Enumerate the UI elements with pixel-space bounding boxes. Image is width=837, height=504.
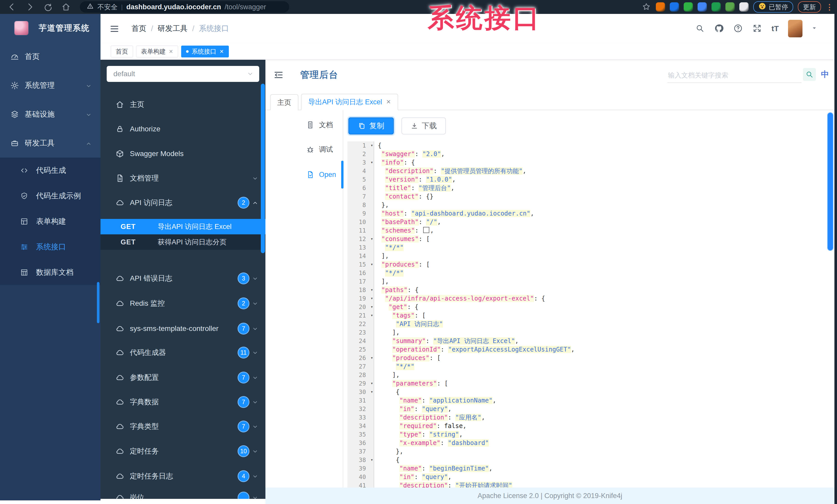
extension-orange-icon[interactable] bbox=[656, 2, 665, 12]
fold-toggle-icon[interactable]: ▾ bbox=[371, 311, 373, 320]
github-icon[interactable] bbox=[714, 24, 724, 34]
font-size-icon[interactable]: tT bbox=[771, 24, 779, 33]
fold-toggle-icon[interactable]: ▾ bbox=[371, 388, 373, 396]
tag-0[interactable]: 首页 bbox=[111, 45, 133, 57]
controller-2[interactable]: sys-sms-template-controller 7 bbox=[101, 322, 265, 335]
extension-blue-drop-icon[interactable] bbox=[670, 2, 679, 12]
close-icon[interactable]: ✕ bbox=[169, 49, 173, 55]
breadcrumb: 首页/研发工具/系统接口 bbox=[131, 14, 229, 43]
copy-button[interactable]: 复制 bbox=[349, 117, 394, 134]
avatar[interactable] bbox=[788, 20, 802, 37]
collapse-menu-icon[interactable] bbox=[273, 70, 284, 80]
page-scrollbar-thumb[interactable] bbox=[827, 112, 833, 251]
paused-badge[interactable]: 已暂停 bbox=[753, 1, 793, 13]
line-number: 5 bbox=[348, 175, 374, 184]
controller-9[interactable]: 岗位 bbox=[101, 491, 265, 499]
download-icon bbox=[410, 122, 418, 130]
panel-nav-文档[interactable]: 文档 bbox=[265, 119, 343, 131]
doc-tab-0[interactable]: 主页 bbox=[270, 94, 298, 110]
sidebar-subitem-4[interactable]: 数据库文档 bbox=[0, 260, 101, 285]
home-icon[interactable] bbox=[61, 2, 71, 12]
close-icon[interactable]: ✕ bbox=[219, 49, 224, 55]
controller-7[interactable]: 定时任务 10 bbox=[101, 445, 265, 458]
back-icon[interactable] bbox=[7, 2, 17, 12]
doc-item-2[interactable]: Swagger Models bbox=[101, 148, 265, 160]
controller-8[interactable]: 定时任务日志 4 bbox=[101, 470, 265, 482]
empty-array-box[interactable] bbox=[423, 227, 429, 233]
extension-puzzle-icon[interactable] bbox=[739, 2, 749, 12]
extension-green-circle-icon[interactable] bbox=[684, 2, 693, 12]
doc-search-input[interactable] bbox=[667, 68, 802, 83]
question-icon[interactable] bbox=[733, 24, 743, 34]
endpoint-0[interactable]: GET 导出API 访问日志 Excel bbox=[101, 219, 265, 235]
sidebar-subitem-0[interactable]: 代码生成 bbox=[0, 157, 101, 183]
download-button[interactable]: 下载 bbox=[402, 117, 446, 134]
doc-scrollbar-thumb[interactable] bbox=[261, 84, 265, 253]
extension-blue-grid-icon[interactable] bbox=[698, 2, 707, 12]
language-toggle[interactable]: 中 bbox=[821, 69, 829, 80]
controller-0[interactable]: API 错误日志 3 bbox=[101, 272, 265, 284]
fold-toggle-icon[interactable]: ▾ bbox=[371, 294, 373, 303]
controller-6[interactable]: 字典类型 7 bbox=[101, 420, 265, 433]
code-editor[interactable]: 1▾ { 2 "swagger": "2.0", 3▾ "info": { 4 … bbox=[348, 142, 828, 487]
fold-toggle-icon[interactable]: ▾ bbox=[371, 286, 373, 294]
update-button[interactable]: 更新 bbox=[798, 1, 821, 13]
sidebar-scrollbar-thumb[interactable] bbox=[97, 282, 100, 323]
fold-toggle-icon[interactable]: ▾ bbox=[371, 379, 373, 388]
breadcrumb-item[interactable]: 研发工具 bbox=[158, 23, 188, 34]
breadcrumb-item[interactable]: 首页 bbox=[131, 23, 146, 34]
hamburger-icon[interactable] bbox=[109, 24, 120, 34]
forward-icon[interactable] bbox=[25, 2, 35, 12]
api-group-select[interactable]: default bbox=[107, 66, 259, 82]
fold-toggle-icon[interactable]: ▾ bbox=[371, 303, 373, 311]
fold-toggle-icon[interactable]: ▾ bbox=[371, 260, 373, 268]
search-icon bbox=[805, 70, 814, 78]
fold-toggle-icon[interactable]: ▾ bbox=[371, 455, 373, 464]
fold-toggle-icon[interactable]: ▾ bbox=[371, 158, 373, 167]
doc-search-button[interactable] bbox=[803, 68, 816, 81]
caret-down-icon[interactable] bbox=[812, 25, 817, 32]
controller-5[interactable]: 字典数据 7 bbox=[101, 396, 265, 408]
line-number: 33 bbox=[348, 413, 374, 422]
sidebar-item-0[interactable]: 首页 bbox=[0, 42, 101, 71]
fold-toggle-icon[interactable]: ▾ bbox=[371, 354, 373, 362]
doc-item-0[interactable]: 主页 bbox=[101, 98, 265, 111]
reload-icon[interactable] bbox=[43, 2, 53, 12]
fold-toggle-icon[interactable]: ▾ bbox=[371, 235, 373, 243]
controller-3[interactable]: 代码生成器 11 bbox=[101, 347, 265, 359]
logo-row[interactable]: 芋道管理系统 bbox=[0, 14, 101, 42]
http-method: GET bbox=[121, 223, 136, 231]
count-badge: 10 bbox=[237, 445, 249, 457]
tag-1[interactable]: 表单构建 ✕ bbox=[136, 45, 178, 57]
extension-leaf-icon[interactable] bbox=[726, 2, 735, 12]
controller-1[interactable]: Redis 监控 2 bbox=[101, 297, 265, 310]
line-number: 26▾ bbox=[348, 354, 374, 362]
sidebar-item-1[interactable]: 系统管理 bbox=[0, 71, 101, 100]
search-icon[interactable] bbox=[695, 24, 705, 34]
doc-item-3[interactable]: 文档管理 bbox=[101, 172, 265, 184]
controller-4[interactable]: 参数配置 7 bbox=[101, 371, 265, 384]
line-number: 20▾ bbox=[348, 303, 374, 311]
doc-item-4[interactable]: API 访问日志 2 bbox=[101, 197, 265, 209]
doc-item-1[interactable]: Authorize bbox=[101, 123, 265, 135]
tag-2[interactable]: 系统接口 ✕ bbox=[181, 45, 229, 57]
panel-nav-调试[interactable]: 调试 bbox=[265, 143, 343, 155]
panel-nav-Open[interactable]: Open bbox=[265, 168, 343, 181]
sidebar-item-2[interactable]: 基础设施 bbox=[0, 100, 101, 129]
fullscreen-icon[interactable] bbox=[752, 24, 762, 34]
close-icon[interactable]: ✕ bbox=[386, 99, 391, 105]
address-bar[interactable]: 不安全 | dashboard.yudao.iocoder.cn/tool/sw… bbox=[80, 1, 289, 13]
doc-tab-1[interactable]: 导出API 访问日志 Excel ✕ bbox=[301, 94, 398, 110]
tag-label: 系统接口 bbox=[192, 48, 216, 56]
browser-menu-icon[interactable]: ⋮ bbox=[826, 3, 833, 12]
endpoint-1[interactable]: GET 获得API 访问日志分页 bbox=[101, 235, 265, 250]
extension-git-icon[interactable] bbox=[712, 2, 721, 12]
sidebar-subitem-2[interactable]: 表单构建 bbox=[0, 209, 101, 234]
sidebar-subitem-3[interactable]: 系统接口 bbox=[0, 234, 101, 260]
sidebar-item-3[interactable]: 研发工具 bbox=[0, 129, 101, 157]
line-number: 18▾ bbox=[348, 286, 374, 294]
bookmark-star-icon[interactable] bbox=[642, 2, 651, 12]
controller-label: 参数配置 bbox=[130, 373, 159, 382]
fold-toggle-icon[interactable]: ▾ bbox=[371, 142, 373, 150]
sidebar-subitem-1[interactable]: 代码生成示例 bbox=[0, 183, 101, 209]
